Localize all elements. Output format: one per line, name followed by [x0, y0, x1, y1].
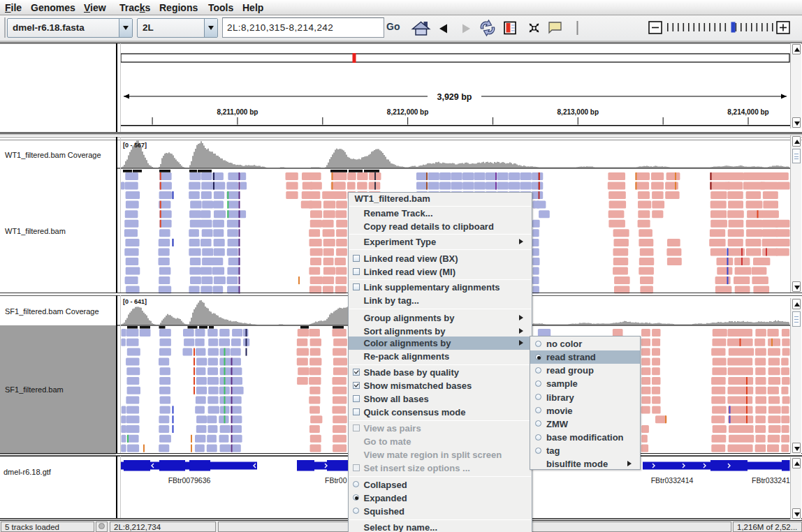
svg-text:3,929 bp: 3,929 bp: [437, 92, 472, 102]
svg-text:FBtr033241: FBtr033241: [752, 476, 790, 485]
svg-text:8,213,000 bp: 8,213,000 bp: [557, 108, 599, 116]
svg-text:8,212,000 bp: 8,212,000 bp: [387, 108, 428, 116]
svg-text:FBtr0079636: FBtr0079636: [168, 476, 211, 485]
svg-text:8,214,000 bp: 8,214,000 bp: [727, 108, 768, 116]
svg-text:8,211,000 bp: 8,211,000 bp: [217, 108, 258, 116]
svg-text:FBtr00: FBtr00: [325, 476, 347, 485]
svg-text:FBtr0332414: FBtr0332414: [651, 476, 694, 485]
